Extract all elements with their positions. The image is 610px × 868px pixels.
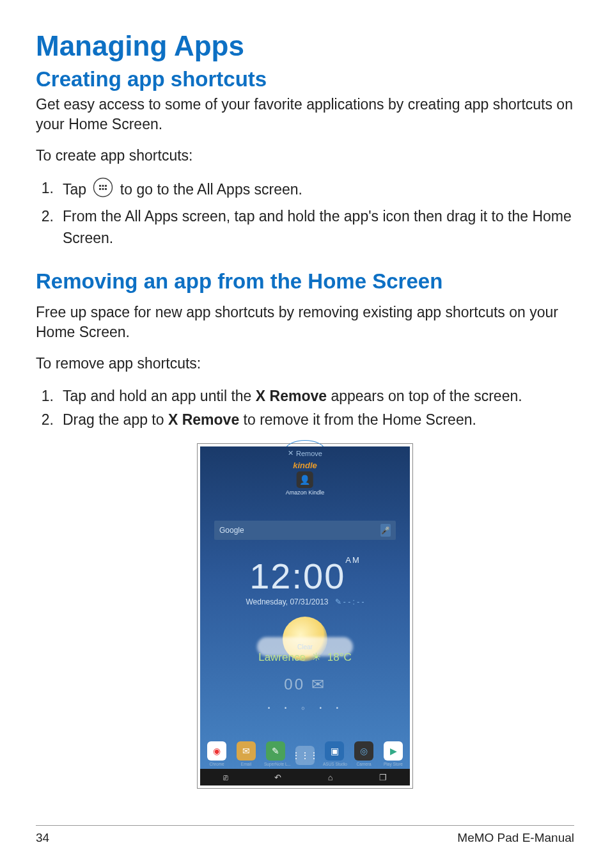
steps-list-b: 1. Tap and hold an app until the X Remov… (36, 385, 574, 430)
dock-label: SuperNote L... (264, 762, 287, 766)
dock-app-studio[interactable]: ▣ASUS Studio (323, 741, 346, 766)
step-number: 1. (36, 385, 63, 407)
dock-app-email[interactable]: ✉Email (235, 741, 258, 766)
step-body: Drag the app to X Remove to remove it fr… (63, 409, 574, 431)
section-heading-removing: Removing an app from the Home Screen (36, 269, 574, 294)
dock: ◉Chrome ✉Email ✎SuperNote L... ⋮⋮⋮ ▣ASUS… (205, 730, 405, 766)
system-navbar: ⎚ ↶ ⌂ ❐ (200, 769, 410, 785)
weather-temp-row: Clear Lawrence ☀ 18°C (200, 643, 410, 664)
dock-label: ASUS Studio (323, 762, 346, 766)
step-body: From the All Apps screen, tap and hold t… (63, 205, 574, 249)
svg-rect-4 (99, 188, 101, 190)
step-text-pre: Tap and hold an app until the (63, 388, 256, 404)
intro-paragraph-a: Get easy access to some of your favorite… (36, 95, 574, 134)
page-footer: 34 MeMO Pad E-Manual (36, 825, 574, 845)
dragged-app[interactable]: kindle 👤 Amazon Kindle (286, 461, 325, 496)
section-heading-creating: Creating app shortcuts (36, 67, 574, 92)
dock-label: Camera (352, 762, 375, 766)
intro-paragraph-b: Free up space for new app shortcuts by r… (36, 303, 574, 342)
lead-paragraph-b: To remove app shortcuts: (36, 354, 574, 374)
page-title-h1: Managing Apps (36, 31, 574, 61)
date-bar: Wednesday, 07/31/2013 ✎ - - : - - (200, 597, 410, 606)
nav-back-icon[interactable]: ↶ (274, 773, 281, 782)
home-screen: ✕ Remove kindle 👤 Amazon Kindle Google 🎤… (200, 446, 410, 785)
step-number: 2. (36, 409, 63, 431)
dock-app-supernote[interactable]: ✎SuperNote L... (264, 741, 287, 766)
mic-icon[interactable]: 🎤 (380, 524, 391, 537)
svg-rect-1 (99, 185, 101, 187)
dock-app-camera[interactable]: ◎Camera (352, 741, 375, 766)
weather-cond: Clear (297, 643, 313, 651)
weather-temp: 18°C (327, 651, 352, 663)
manual-page: Managing Apps Creating app shortcuts Get… (0, 0, 610, 868)
kindle-brand: kindle (286, 461, 325, 470)
svg-rect-5 (102, 188, 104, 190)
svg-rect-2 (102, 185, 104, 187)
x-remove-label: X Remove (168, 411, 239, 428)
steps-list-a: 1. Tap to go to the All Apps screen. 2. … (36, 177, 574, 249)
step-number: 2. (36, 205, 63, 228)
remove-label: Remove (296, 450, 322, 457)
step-text-post: to go to the All Apps screen. (116, 181, 302, 198)
search-placeholder: Google (219, 526, 244, 535)
remove-bar[interactable]: ✕ Remove (288, 449, 322, 457)
svg-rect-3 (105, 185, 107, 187)
kindle-icon: 👤 (297, 471, 313, 488)
dock-app-playstore[interactable]: ▶Play Store (382, 741, 405, 766)
lead-paragraph-a: To create app shortcuts: (36, 146, 574, 166)
date-text: Wednesday, 07/31/2013 (246, 597, 328, 606)
dock-app-chrome[interactable]: ◉Chrome (205, 741, 228, 766)
step-text-pre: Tap (63, 181, 90, 198)
all-apps-icon (93, 177, 113, 204)
dock-label: Chrome (205, 762, 228, 766)
step-number: 1. (36, 177, 63, 200)
svg-point-0 (94, 178, 113, 197)
list-item: 1. Tap to go to the All Apps screen. (36, 177, 574, 204)
dock-label: Play Store (382, 762, 405, 766)
weather-city: Lawrence (258, 651, 306, 663)
dock-label: Email (235, 762, 258, 766)
nav-recent-icon[interactable]: ❐ (379, 773, 387, 782)
page-number: 34 (36, 831, 49, 845)
mail-icon: ✉ (311, 675, 326, 693)
nav-home-icon[interactable]: ⌂ (328, 773, 333, 782)
x-remove-label: X Remove (256, 388, 327, 404)
device-screenshot: ✕ Remove kindle 👤 Amazon Kindle Google 🎤… (197, 443, 413, 789)
dock-app-allapps[interactable]: ⋮⋮⋮ (293, 746, 317, 766)
kindle-label: Amazon Kindle (286, 489, 325, 496)
mail-count: 00 (284, 675, 305, 693)
nav-screenshot-icon[interactable]: ⎚ (223, 773, 228, 782)
step-text-post: appears on top of the screen. (327, 388, 522, 404)
clock-widget[interactable]: 12:00AM (200, 555, 410, 597)
google-search-bar[interactable]: Google 🎤 (214, 521, 396, 540)
step-text-pre: Drag the app to (63, 411, 168, 428)
step-text-post: to remove it from the Home Screen. (239, 411, 476, 428)
list-item: 1. Tap and hold an app until the X Remov… (36, 385, 574, 407)
clock-time: 12:00 (249, 556, 345, 596)
doc-title: MeMO Pad E-Manual (457, 831, 574, 845)
svg-rect-6 (105, 188, 107, 190)
list-item: 2. From the All Apps screen, tap and hol… (36, 205, 574, 249)
list-item: 2. Drag the app to X Remove to remove it… (36, 409, 574, 431)
clock-ampm: AM (345, 555, 361, 565)
close-icon: ✕ (288, 449, 293, 457)
mail-widget[interactable]: 00 ✉ (200, 675, 410, 693)
page-indicator: • • ○ • • (200, 705, 410, 711)
step-body: Tap to go to the All Apps screen. (63, 177, 574, 204)
step-body: Tap and hold an app until the X Remove a… (63, 385, 574, 407)
